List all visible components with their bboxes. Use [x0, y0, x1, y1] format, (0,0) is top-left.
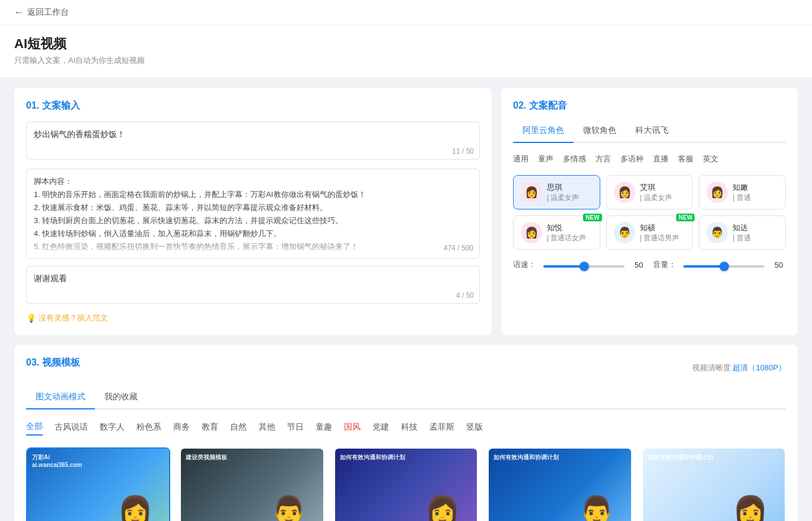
script-label: 脚本内容：: [34, 175, 472, 188]
page-subtitle: 只需输入文案，AI自动为你生成短视频: [14, 55, 798, 66]
outro-input[interactable]: 谢谢观看: [26, 266, 480, 304]
back-label: 返回工作台: [27, 7, 69, 18]
voice-info-zhiyue: 知悦| 普通话女声: [547, 223, 586, 243]
thumb-overlay-text-t2: 建设类视频模板: [186, 453, 227, 461]
voice-name-aiqin: 艾琪: [640, 182, 672, 193]
voice-avatar-zhishuo: 👨: [614, 222, 635, 243]
thumb-overlay-text-t3: 如何有效沟通和协调计划: [340, 453, 405, 461]
cat-tag-edu[interactable]: 教育: [202, 420, 218, 435]
section-01-title: 01. 文案输入: [26, 100, 480, 112]
main-content: 01. 文案输入 炒出锅气的香糯蛋炒饭！ 11 / 50 脚本内容： 1. 明快…: [0, 78, 812, 521]
cat-tag-dangji[interactable]: 党建: [372, 420, 389, 435]
section-03: 03. 视频模板 视频清晰度 超清（1080P） 图文动画模式 我的收藏 全部古…: [14, 345, 798, 521]
tab-aliyun[interactable]: 阿里云角色: [513, 122, 574, 142]
voice-card-zhishuo[interactable]: 👨知硕| 普通话男声NEW: [606, 215, 693, 250]
template-thumb-t5: 如何有效沟通和协调计划👩: [642, 447, 786, 521]
cat-tag-holiday[interactable]: 节日: [287, 420, 304, 435]
voice-card-aiqin[interactable]: 👩艾琪| 温柔女声: [606, 175, 693, 209]
filter-tag-tongsheng[interactable]: 童声: [538, 153, 553, 166]
filter-tag-kefu[interactable]: 客服: [678, 153, 693, 166]
voice-card-zhida[interactable]: 👨知达| 普通: [699, 215, 786, 250]
thumb-person-t4: 👨: [568, 460, 625, 521]
provider-tab-row: 阿里云角色 微软角色 科大讯飞: [513, 122, 786, 143]
top-nav: ← 返回工作台: [0, 0, 812, 26]
template-tab-favorites[interactable]: 我的收藏: [95, 388, 147, 408]
voice-desc-siqi: | 温柔女声: [547, 193, 579, 203]
speed-slider-wrapper: [543, 260, 625, 269]
template-item-t5[interactable]: 如何有效沟通和协调计划👩女-闪烁光线: [642, 447, 786, 521]
cat-tag-pink[interactable]: 粉色系: [136, 420, 161, 435]
template-thumb-t4: 如何有效沟通和协调计划👨: [488, 447, 632, 521]
voice-info-zhinen: 知嫩| 普通: [733, 182, 750, 203]
cat-tag-gufeng[interactable]: 古风说话: [55, 420, 88, 435]
voice-info-zhishuo: 知硕| 普通话男声: [640, 223, 679, 243]
section-02-title: 02. 文案配音: [513, 100, 786, 112]
script-char-count: 474 / 500: [444, 244, 473, 252]
cat-tag-tech[interactable]: 科技: [401, 420, 418, 435]
voice-desc-zhiyue: | 普通话女声: [547, 233, 586, 243]
template-item-t1[interactable]: 万彩Ai ai.wancai365.com👩女-科技星球: [26, 447, 170, 521]
volume-slider[interactable]: [683, 265, 765, 268]
voice-desc-aiqin: | 温柔女声: [640, 193, 672, 203]
thumb-bg-t3: 如何有效沟通和协调计划👩: [335, 449, 477, 521]
voice-info-siqi: 思琪| 温柔女声: [547, 182, 579, 203]
cat-tag-other[interactable]: 其他: [259, 420, 275, 435]
cat-tag-mengfei[interactable]: 孟菲斯: [429, 420, 454, 435]
volume-slider-wrapper: [683, 260, 765, 269]
template-thumb-t3: 如何有效沟通和协调计划👩: [334, 447, 478, 521]
back-arrow-icon: ←: [14, 7, 24, 18]
voice-desc-zhishuo: | 普通话男声: [640, 233, 679, 243]
section-02-num: 02.: [513, 100, 529, 110]
speed-label: 语速：: [513, 259, 536, 270]
template-item-t2[interactable]: 建设类视频模板👨男-简约方块: [180, 447, 324, 521]
filter-tag-duoyuzhong[interactable]: 多语种: [620, 153, 644, 166]
cat-tag-business[interactable]: 商务: [173, 420, 190, 435]
thumb-bg-t5: 如何有效沟通和协调计划👩: [643, 449, 785, 521]
page-title: AI短视频: [14, 35, 798, 53]
cat-tag-guofeng[interactable]: 国风: [344, 420, 361, 435]
template-tab-animation[interactable]: 图文动画模式: [26, 388, 95, 408]
intro-input[interactable]: 炒出锅气的香糯蛋炒饭！: [26, 122, 480, 160]
insight-link[interactable]: 💡 没有灵感？插入范文: [26, 313, 480, 323]
section-01: 01. 文案输入 炒出锅气的香糯蛋炒饭！ 11 / 50 脚本内容： 1. 明快…: [14, 88, 492, 335]
tab-xunfei[interactable]: 科大讯飞: [626, 122, 678, 142]
cat-tag-vertical[interactable]: 竖版: [466, 420, 483, 435]
speed-slider[interactable]: [543, 265, 625, 268]
filter-tag-tongyong[interactable]: 通用: [513, 153, 528, 166]
filter-tag-zhibo[interactable]: 直播: [653, 153, 668, 166]
voice-card-zhinen[interactable]: 👩知嫩| 普通: [699, 175, 786, 209]
script-line: 1. 明快的音乐开始，画面定格在我面前的炒锅上，并配上字幕：万彩AI教你做出有锅…: [34, 188, 472, 201]
filter-tags-row: 通用 童声 多情感 方言 多语种 直播 客服 英文: [513, 153, 786, 166]
voice-card-siqi[interactable]: 👩思琪| 温柔女声: [513, 175, 600, 209]
thumb-overlay-text-t1: 万彩Ai ai.wancai365.com: [32, 453, 82, 469]
script-area[interactable]: 脚本内容： 1. 明快的音乐开始，画面定格在我面前的炒锅上，并配上字幕：万彩AI…: [26, 169, 480, 259]
voice-card-zhiyue[interactable]: 👩知悦| 普通话女声NEW: [513, 215, 600, 250]
quality-info: 视频清晰度 超清（1080P）: [692, 363, 786, 373]
template-thumb-t2: 建设类视频模板👨: [180, 447, 324, 521]
cat-tag-all[interactable]: 全部: [26, 419, 43, 436]
filter-tag-english[interactable]: 英文: [703, 153, 718, 166]
template-thumb-t1: 万彩Ai ai.wancai365.com👩: [26, 447, 170, 521]
cat-tag-kids[interactable]: 童趣: [316, 420, 332, 435]
voice-info-zhida: 知达| 普通: [733, 223, 750, 243]
new-badge-zhiyue: NEW: [583, 214, 601, 221]
back-link[interactable]: ← 返回工作台: [14, 7, 69, 18]
tab-microsoft[interactable]: 微软角色: [574, 122, 626, 142]
script-line: 3. 转场到厨房台面上的切葱花，展示快速切葱花、蒜末的方法，并提示观众记住这些技…: [34, 214, 472, 227]
template-grid: 万彩Ai ai.wancai365.com👩女-科技星球建设类视频模板👨男-简约…: [26, 447, 786, 521]
voice-name-zhida: 知达: [733, 223, 750, 233]
cat-tag-digital[interactable]: 数字人: [100, 420, 125, 435]
volume-label: 音量：: [653, 259, 676, 270]
intro-char-count: 11 / 50: [452, 147, 474, 155]
template-item-t3[interactable]: 如何有效沟通和协调计划👩女-现代传输: [334, 447, 478, 521]
thumb-person-t3: 👩: [414, 460, 471, 521]
thumb-person-t2: 👨: [260, 460, 317, 521]
template-item-t4[interactable]: 如何有效沟通和协调计划👨男-层次圆盘: [488, 447, 632, 521]
thumb-bg-t2: 建设类视频模板👨: [181, 449, 323, 521]
filter-tag-duoqigan[interactable]: 多情感: [563, 153, 586, 166]
bulb-icon: 💡: [26, 313, 36, 323]
cat-tag-nature[interactable]: 自然: [230, 420, 247, 435]
quality-value: 超清（1080P）: [733, 363, 786, 372]
speed-value: 50: [632, 260, 646, 269]
filter-tag-fangyan[interactable]: 方言: [596, 153, 611, 166]
